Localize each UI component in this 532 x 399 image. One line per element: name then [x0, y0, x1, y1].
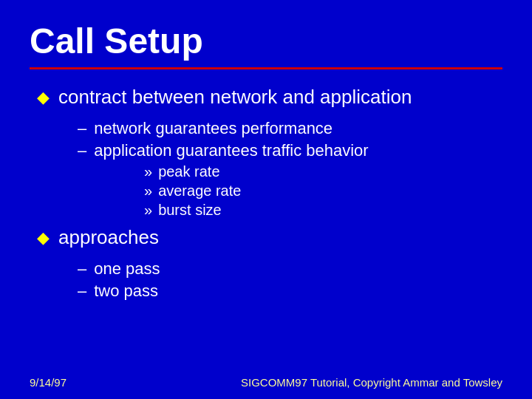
footer: 9/14/97 SIGCOMM97 Tutorial, Copyright Am… [0, 376, 532, 389]
sub-bullet-application: – application guarantees traffic behavio… [78, 141, 502, 160]
dash-icon-network: – [78, 119, 86, 138]
traffic-sub-bullets: » peak rate » average rate » burst size [144, 163, 502, 219]
chevron-icon-peak: » [144, 163, 152, 180]
bullet-contract-text: contract between network and application [58, 86, 412, 109]
bullet-section: ◆ contract between network and applicati… [37, 86, 502, 301]
sub-sub-bullet-peak-text: peak rate [158, 163, 219, 180]
sub-sub-bullet-peak: » peak rate [144, 163, 502, 180]
sub-bullet-network-text: network guarantees performance [94, 119, 332, 138]
dash-icon-application: – [78, 141, 86, 160]
sub-sub-bullet-burst-text: burst size [158, 202, 222, 219]
sub-sub-bullet-average: » average rate [144, 183, 502, 200]
dash-icon-two-pass: – [78, 282, 86, 301]
sub-sub-bullet-average-text: average rate [158, 183, 241, 200]
sub-bullet-two-pass: – two pass [78, 282, 502, 301]
approaches-sub-bullets: – one pass – two pass [78, 259, 502, 301]
bullet-approaches: ◆ approaches [37, 226, 502, 249]
diamond-icon-approaches: ◆ [37, 228, 50, 248]
sub-bullet-one-pass-text: one pass [94, 259, 160, 279]
sub-sub-bullet-burst: » burst size [144, 202, 502, 219]
chevron-icon-average: » [144, 183, 152, 200]
slide: Call Setup ◆ contract between network an… [0, 0, 532, 399]
sub-bullet-network: – network guarantees performance [78, 119, 502, 138]
bullet-contract: ◆ contract between network and applicati… [37, 86, 502, 109]
bullet-approaches-text: approaches [58, 226, 159, 249]
sub-bullet-two-pass-text: two pass [94, 282, 158, 301]
contract-sub-bullets: – network guarantees performance – appli… [78, 119, 502, 219]
title-underline [30, 67, 502, 69]
dash-icon-one-pass: – [78, 259, 86, 279]
title-section: Call Setup [30, 22, 502, 69]
diamond-icon-contract: ◆ [37, 88, 50, 107]
footer-copyright: SIGCOMM97 Tutorial, Copyright Ammar and … [241, 376, 502, 389]
slide-title: Call Setup [30, 22, 502, 61]
chevron-icon-burst: » [144, 202, 152, 219]
sub-bullet-application-text: application guarantees traffic behavior [94, 141, 368, 160]
footer-date: 9/14/97 [30, 376, 66, 389]
sub-bullet-one-pass: – one pass [78, 259, 502, 279]
